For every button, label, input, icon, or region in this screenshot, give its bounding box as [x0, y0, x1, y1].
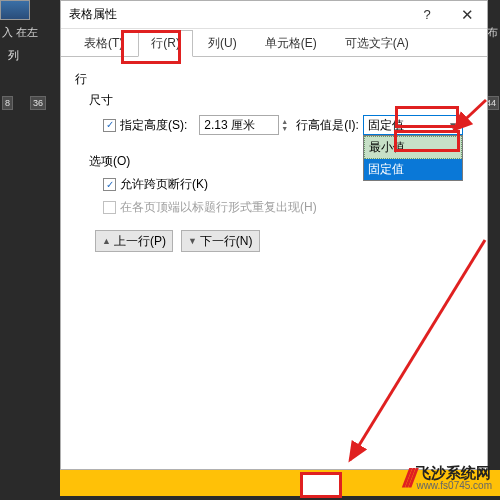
- repeat-header-checkbox: [103, 201, 116, 214]
- repeat-header-label: 在各页顶端以标题行形式重复出现(H): [120, 199, 317, 216]
- size-label: 尺寸: [89, 92, 473, 109]
- bg-insert-label: 入 在左: [2, 25, 38, 40]
- allow-break-checkbox[interactable]: [103, 178, 116, 191]
- specify-height-checkbox[interactable]: [103, 119, 116, 132]
- close-button[interactable]: ✕: [447, 1, 487, 29]
- triangle-up-icon: ▲: [102, 236, 111, 246]
- spinner-up-icon[interactable]: ▲: [281, 118, 288, 125]
- tab-column[interactable]: 列(U): [195, 30, 250, 56]
- bg-column-label: 列: [8, 48, 19, 63]
- chevron-down-icon: ▼: [446, 120, 460, 131]
- titlebar: 表格属性 ? ✕: [61, 1, 487, 29]
- spinner-down-icon[interactable]: ▼: [281, 125, 288, 132]
- watermark-url: www.fs0745.com: [416, 481, 492, 492]
- help-button[interactable]: ?: [407, 1, 447, 29]
- prev-row-button[interactable]: ▲ 上一行(P): [95, 230, 173, 252]
- watermark: /// 飞沙系统网 www.fs0745.com: [403, 463, 492, 494]
- watermark-logo-icon: ///: [403, 463, 413, 494]
- tab-strip: 表格(T) 行(R) 列(U) 单元格(E) 可选文字(A): [61, 29, 487, 57]
- allow-break-label: 允许跨页断行(K): [120, 176, 208, 193]
- combobox-value: 固定值: [368, 117, 404, 134]
- height-input[interactable]: [199, 115, 279, 135]
- specify-height-label: 指定高度(S):: [120, 117, 187, 134]
- dropdown-option-fixed[interactable]: 固定值: [364, 159, 462, 180]
- tab-alttext[interactable]: 可选文字(A): [332, 30, 422, 56]
- row-height-is-label: 行高值是(I):: [296, 117, 359, 134]
- prev-row-label: 上一行(P): [114, 233, 166, 250]
- next-row-label: 下一行(N): [200, 233, 253, 250]
- ruler-mark: 36: [30, 96, 46, 110]
- next-row-button[interactable]: ▼ 下一行(N): [181, 230, 260, 252]
- row-height-rule-dropdown: 最小值 固定值: [363, 135, 463, 181]
- row-section-label: 行: [75, 71, 473, 88]
- tab-row[interactable]: 行(R): [138, 30, 193, 57]
- dropdown-option-min[interactable]: 最小值: [364, 136, 462, 159]
- row-height-rule-combobox[interactable]: 固定值 ▼: [363, 115, 463, 135]
- tab-cell[interactable]: 单元格(E): [252, 30, 330, 56]
- table-properties-dialog: 表格属性 ? ✕ 表格(T) 行(R) 列(U) 单元格(E) 可选文字(A) …: [60, 0, 488, 470]
- triangle-down-icon: ▼: [188, 236, 197, 246]
- tab-table[interactable]: 表格(T): [71, 30, 136, 56]
- dialog-title: 表格属性: [61, 6, 407, 23]
- watermark-title: 飞沙系统网: [416, 465, 492, 481]
- annotation-box: [300, 472, 342, 498]
- ruler-mark: 8: [2, 96, 13, 110]
